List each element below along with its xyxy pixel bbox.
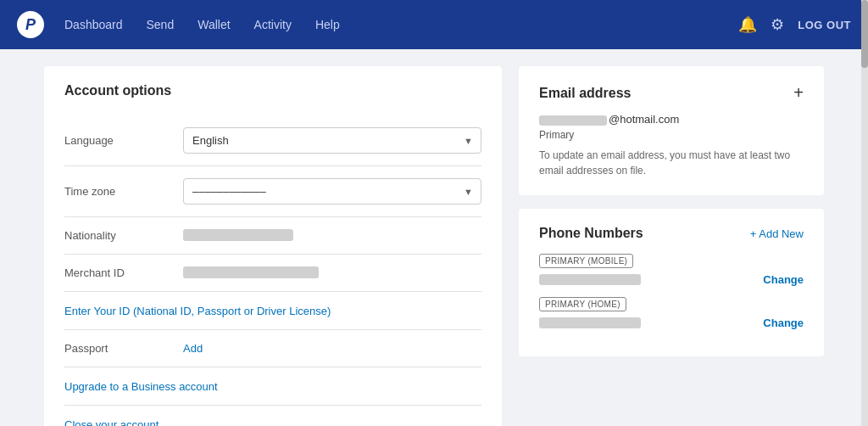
add-email-button[interactable]: + xyxy=(793,83,804,103)
account-options-panel: Account options Language English ▼ Time … xyxy=(44,66,502,426)
upgrade-link[interactable]: Upgrade to a Business account xyxy=(64,380,218,393)
timezone-select-wrapper: –––––––––––– ▼ xyxy=(183,178,481,205)
panel-title: Account options xyxy=(64,83,481,98)
enter-id-link[interactable]: Enter Your ID (National ID, Passport or … xyxy=(64,305,331,317)
close-account-link[interactable]: Close your account xyxy=(64,418,159,426)
nationality-value xyxy=(183,229,481,242)
nav-send[interactable]: Send xyxy=(147,14,175,35)
phone-card: Phone Numbers + Add New PRIMARY (MOBILE)… xyxy=(519,209,824,356)
nationality-row: Nationality xyxy=(64,217,481,255)
email-card-header: Email address + xyxy=(539,83,804,103)
merchant-id-row: Merchant ID xyxy=(64,255,481,292)
passport-label: Passport xyxy=(64,342,183,355)
merchant-id-value xyxy=(183,266,481,279)
home-badge: PRIMARY (HOME) xyxy=(539,297,626,311)
email-display: @hotmail.com xyxy=(539,113,804,126)
email-prefix-blurred xyxy=(539,115,607,126)
phone-card-header: Phone Numbers + Add New xyxy=(539,226,804,241)
phone-home-entry: PRIMARY (HOME) Change xyxy=(539,296,804,329)
timezone-select[interactable]: –––––––––––– xyxy=(183,178,481,205)
home-number-blurred xyxy=(539,317,641,328)
navbar-right: 🔔 ⚙ LOG OUT xyxy=(738,15,851,34)
nav-help[interactable]: Help xyxy=(315,14,340,35)
nationality-blurred xyxy=(183,229,293,241)
merchant-id-label: Merchant ID xyxy=(64,266,183,279)
email-domain: @hotmail.com xyxy=(609,113,679,126)
nationality-label: Nationality xyxy=(64,229,183,242)
gear-icon[interactable]: ⚙ xyxy=(771,15,784,34)
language-select-wrapper: English ▼ xyxy=(183,127,481,154)
upgrade-row: Upgrade to a Business account xyxy=(64,367,481,406)
language-select[interactable]: English xyxy=(183,127,481,154)
language-row: Language English ▼ xyxy=(64,115,481,166)
email-note: To update an email address, you must hav… xyxy=(539,148,804,178)
navbar: P Dashboard Send Wallet Activity Help 🔔 … xyxy=(0,0,868,49)
passport-row: Passport Add xyxy=(64,330,481,367)
logout-button[interactable]: LOG OUT xyxy=(798,19,851,31)
timezone-row: Time zone –––––––––––– ▼ xyxy=(64,166,481,217)
language-label: Language xyxy=(64,134,183,147)
mobile-change-button[interactable]: Change xyxy=(763,273,804,286)
phone-home-row: Change xyxy=(539,317,804,329)
enter-id-row: Enter Your ID (National ID, Passport or … xyxy=(64,292,481,330)
logo-text: P xyxy=(25,16,36,34)
mobile-badge: PRIMARY (MOBILE) xyxy=(539,254,633,268)
add-phone-button[interactable]: + Add New xyxy=(750,227,804,240)
nav-wallet[interactable]: Wallet xyxy=(198,14,230,35)
bell-icon[interactable]: 🔔 xyxy=(738,15,757,34)
phone-card-title: Phone Numbers xyxy=(539,226,643,241)
scrollbar-thumb[interactable] xyxy=(861,0,868,68)
timezone-label: Time zone xyxy=(64,185,183,198)
nav-dashboard[interactable]: Dashboard xyxy=(64,14,123,35)
close-account-row: Close your account xyxy=(64,406,481,426)
phone-mobile-entry: PRIMARY (MOBILE) Change xyxy=(539,253,804,286)
merchant-id-blurred xyxy=(183,266,319,278)
main-content: Account options Language English ▼ Time … xyxy=(27,49,841,426)
passport-add-link[interactable]: Add xyxy=(183,342,203,355)
nav-links: Dashboard Send Wallet Activity Help xyxy=(64,14,738,35)
email-card: Email address + @hotmail.com Primary To … xyxy=(519,66,824,195)
email-card-title: Email address xyxy=(539,86,632,101)
nav-activity[interactable]: Activity xyxy=(254,14,292,35)
scrollbar-track[interactable] xyxy=(861,0,868,426)
email-primary-badge: Primary xyxy=(539,129,804,141)
home-change-button[interactable]: Change xyxy=(763,317,804,329)
paypal-logo: P xyxy=(17,11,44,38)
mobile-number-blurred xyxy=(539,274,641,285)
phone-mobile-row: Change xyxy=(539,273,804,286)
right-panel: Email address + @hotmail.com Primary To … xyxy=(519,66,824,426)
